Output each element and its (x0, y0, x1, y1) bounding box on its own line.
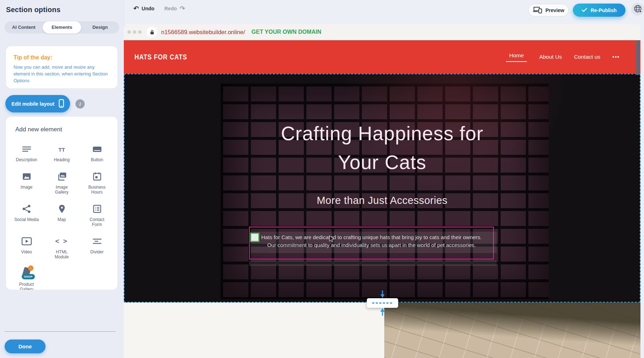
business-hours-icon (92, 171, 102, 182)
republish-button[interactable]: Re-Publish (573, 4, 625, 17)
element-label: Description (16, 157, 37, 162)
element-ghost-bar (249, 260, 497, 266)
element-grid: Description TT Heading Button Image (6, 133, 117, 290)
hero-paragraph[interactable]: Hats for Cats, we are dedicated to craft… (250, 233, 493, 249)
contact-form-icon (92, 203, 102, 215)
resize-arrow-down-icon (380, 290, 385, 298)
video-icon (21, 236, 32, 247)
image-icon (22, 171, 32, 182)
add-element-button[interactable]: Button (79, 139, 115, 166)
add-element-html-module[interactable]: < > HTML Module (44, 232, 79, 263)
add-element-image[interactable]: Image (9, 167, 44, 199)
element-label: Heading (54, 157, 70, 162)
hero-subheading[interactable]: More than Just Accessories (125, 195, 640, 206)
element-label: HTML Module (52, 249, 72, 259)
element-label: Video (21, 249, 32, 254)
info-icon[interactable]: i (75, 99, 85, 109)
nav-home[interactable]: Home (506, 52, 527, 62)
edit-mobile-label: Edit mobile layout (11, 101, 54, 107)
map-pin-icon (57, 203, 67, 215)
redo-button[interactable]: Redo ↷ (164, 6, 185, 11)
nav-more-icon[interactable]: ••• (612, 54, 620, 60)
floor-photo (384, 302, 640, 358)
hero-section-selected[interactable]: Crafting Happiness for Your Cats More th… (124, 74, 640, 302)
resize-arrow-up-icon (380, 308, 385, 316)
check-icon (582, 7, 587, 13)
site-logo[interactable]: HATS FOR CATS (134, 53, 187, 61)
shop-badge: SHOP (22, 274, 35, 279)
preview-scrollbar[interactable] (636, 40, 639, 75)
section-resize-handle[interactable] (367, 298, 398, 308)
done-button[interactable]: Done (5, 339, 46, 353)
element-label: Divider (90, 249, 104, 254)
element-drag-handle[interactable] (250, 233, 259, 242)
tab-elements[interactable]: Elements (43, 21, 81, 33)
button-icon (92, 143, 102, 155)
add-element-contact-form[interactable]: Contact Form (79, 199, 115, 231)
tab-ai-content[interactable]: AI Content (5, 21, 43, 33)
site-viewport: HATS FOR CATS Home About Us Contact us •… (124, 40, 640, 358)
divider-icon (92, 236, 102, 247)
window-dot (138, 30, 142, 34)
add-element-business-hours[interactable]: Business Hours (79, 167, 115, 199)
get-your-own-domain-link[interactable]: GET YOUR OWN DOMAIN (252, 29, 321, 35)
resize-dash-line (372, 302, 393, 304)
add-element-video[interactable]: Video (9, 232, 44, 263)
selected-text-element[interactable]: Hats for Cats, we are dedicated to craft… (249, 227, 494, 259)
tip-title: Tip of the day: (14, 54, 117, 61)
panel-tabs: AI Content Elements Design (5, 21, 119, 33)
add-element-social-media[interactable]: Social Media (9, 199, 44, 231)
nav-contact-us[interactable]: Contact us (574, 54, 600, 60)
element-label: Product Gallery (17, 282, 37, 290)
nav-about-us[interactable]: About Us (539, 54, 562, 60)
page-title: Section options (6, 6, 60, 14)
tip-body: Now you can add, move and resize any ele… (14, 64, 112, 84)
site-preview-frame: n1566589.websitebuilder.online/ GET YOUR… (124, 24, 640, 358)
hero-heading[interactable]: Crafting Happiness for Your Cats (125, 119, 640, 177)
add-element-description[interactable]: Description (9, 139, 44, 166)
add-element-product-gallery[interactable]: ↑ SHOP Product Gallery (9, 264, 44, 290)
tip-of-the-day-card: Tip of the day: Now you can add, move an… (6, 46, 117, 88)
edit-mobile-layout-button[interactable]: Edit mobile layout (5, 95, 70, 112)
add-new-element-card: Add new element Description TT Heading B… (6, 117, 117, 290)
phone-icon (59, 99, 64, 109)
add-element-map[interactable]: Map (44, 199, 79, 231)
devices-icon (533, 6, 542, 15)
preview-button[interactable]: Preview (528, 4, 569, 16)
window-dot (133, 30, 136, 34)
section-options-panel: Section options AI Content Elements Desi… (0, 0, 124, 358)
element-label: Social Media (14, 217, 39, 222)
add-element-heading[interactable]: TT Heading (44, 139, 79, 166)
upgrade-badge-icon: ↑ (28, 265, 33, 271)
site-nav: Home About Us Contact us ••• (506, 52, 640, 62)
element-label: Image (21, 185, 32, 190)
element-label: Map (58, 217, 66, 222)
element-label: Button (91, 157, 103, 162)
window-dot (127, 30, 131, 34)
hero-glow (125, 74, 640, 302)
element-label: Contact Form (87, 217, 107, 227)
description-icon (22, 143, 32, 155)
image-gallery-icon (57, 171, 67, 182)
element-label: Business Hours (87, 185, 107, 195)
ssl-lock-icon (147, 27, 157, 37)
site-url: n1566589.websitebuilder.online/ (161, 29, 245, 36)
undo-button[interactable]: ↶ Undo (133, 6, 154, 11)
mouse-cursor (329, 235, 334, 244)
product-gallery-icon: ↑ SHOP (19, 268, 35, 279)
sidebar-divider (5, 331, 116, 332)
redo-icon: ↷ (180, 6, 185, 11)
language-globe-button[interactable] (631, 3, 644, 16)
add-element-image-gallery[interactable]: Image Gallery (44, 167, 79, 199)
code-icon: < > (55, 236, 68, 247)
window-dots (127, 30, 142, 34)
heading-icon: TT (58, 143, 65, 155)
browser-chrome-bar: n1566589.websitebuilder.online/ GET YOUR… (124, 24, 640, 40)
site-header: HATS FOR CATS Home About Us Contact us •… (124, 40, 640, 74)
add-element-title: Add new element (6, 117, 117, 133)
social-media-icon (22, 203, 32, 215)
globe-icon (633, 4, 642, 15)
add-element-divider[interactable]: Divider (79, 232, 115, 263)
element-label: Image Gallery (52, 185, 72, 195)
tab-design[interactable]: Design (81, 21, 119, 33)
